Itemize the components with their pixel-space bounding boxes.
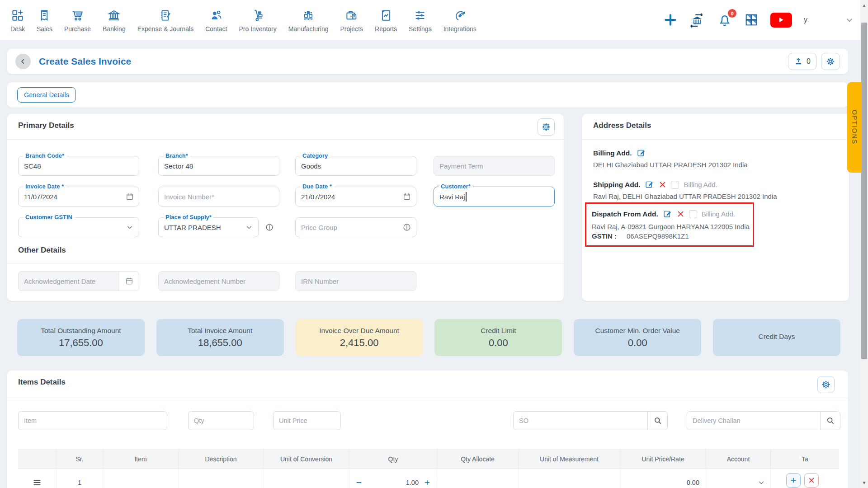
nav-item-manufacturing[interactable]: Manufacturing [283, 7, 335, 33]
nav-item-projects[interactable]: Projects [334, 7, 369, 33]
edit-billing-address-icon[interactable] [637, 148, 646, 158]
due-date-input[interactable] [296, 187, 402, 206]
payment-term-field[interactable] [434, 156, 555, 176]
category-field[interactable]: Category [295, 156, 416, 176]
scroll-down-arrow[interactable]: ▼ [860, 480, 868, 485]
row-account-select[interactable] [706, 469, 771, 488]
chevron-down-icon[interactable] [125, 223, 134, 232]
delivery-challan-search-input[interactable] [687, 412, 820, 430]
price-group-info-icon[interactable] [402, 223, 411, 232]
so-search-input[interactable] [514, 412, 647, 430]
avatar[interactable]: y [804, 16, 807, 24]
place-of-supply-input[interactable] [159, 218, 245, 237]
item-filter-field[interactable] [18, 411, 167, 430]
branch-code-field[interactable]: Branch Code* [18, 156, 139, 176]
row-drag-handle[interactable] [18, 469, 57, 488]
category-input[interactable] [296, 156, 416, 175]
qty-filter-input[interactable] [189, 412, 254, 430]
row-item-cell[interactable] [103, 469, 179, 488]
scrollbar-thumb[interactable] [861, 23, 867, 359]
notifications-button[interactable]: 0 [717, 12, 732, 28]
nav-item-purchase[interactable]: Purchase [58, 7, 97, 33]
nav-item-pro-inventory[interactable]: Pro Inventory [233, 7, 282, 33]
unit-price-filter-input[interactable] [274, 412, 340, 430]
branch-input[interactable] [159, 156, 279, 175]
youtube-button[interactable] [770, 13, 792, 28]
payment-term-input[interactable] [434, 156, 554, 175]
invoice-date-input[interactable] [19, 187, 125, 206]
so-search-field[interactable] [513, 411, 668, 430]
customer-gstin-field[interactable]: Customer GSTIN [18, 217, 139, 237]
irn-number-field[interactable] [295, 271, 416, 291]
row-unit-measurement-cell[interactable] [519, 469, 620, 488]
billing-address-header: Billing Add. [593, 148, 646, 158]
edit-dispatch-address-icon[interactable] [663, 209, 672, 219]
nav-item-expense-journals[interactable]: Expense & Journals [132, 7, 200, 33]
unit-price-filter-field[interactable] [273, 411, 341, 430]
scroll-up-arrow[interactable]: ▲ [860, 3, 868, 8]
calendar-icon[interactable] [125, 192, 134, 201]
customer-input[interactable] [434, 187, 554, 206]
shipping-same-as-billing-checkbox[interactable] [671, 181, 679, 189]
qty-filter-field[interactable] [188, 411, 254, 430]
primary-details-panel: Primary Details Branch Code* Branch* Cat… [7, 114, 564, 301]
customer-field[interactable]: Customer* [434, 187, 555, 206]
row-unit-price-cell[interactable]: 0.00 [620, 469, 706, 488]
chevron-down-icon[interactable] [245, 223, 254, 232]
place-of-supply-field[interactable]: Place of Supply* [158, 217, 259, 237]
delete-row-button[interactable] [804, 473, 819, 488]
options-side-tab[interactable]: OPTIONS [847, 82, 862, 173]
row-description-cell[interactable] [179, 469, 264, 488]
delivery-challan-search-field[interactable] [687, 411, 840, 430]
add-row-button[interactable] [786, 473, 801, 488]
remove-shipping-address-icon[interactable] [659, 181, 666, 188]
price-group-input[interactable] [296, 218, 402, 237]
nav-item-contact[interactable]: Contact [199, 7, 233, 33]
primary-details-settings-button[interactable] [538, 118, 555, 136]
quick-add-icon[interactable] [664, 13, 677, 27]
item-filter-input[interactable] [19, 412, 167, 430]
invoice-number-field[interactable] [158, 187, 279, 206]
nav-item-integrations[interactable]: Integrations [438, 7, 482, 33]
tab-general-details[interactable]: General Details [17, 87, 76, 103]
back-button[interactable] [15, 54, 31, 69]
nav-item-desk[interactable]: Desk [5, 7, 31, 33]
page-settings-button[interactable] [821, 53, 840, 70]
row-unit-conversion-cell[interactable] [264, 469, 349, 488]
edit-shipping-address-icon[interactable] [645, 180, 654, 189]
invoice-number-input[interactable] [159, 187, 279, 206]
due-date-field[interactable]: Due Date * [295, 187, 416, 206]
acknowledgement-date-field[interactable] [18, 271, 139, 291]
qty-value[interactable]: 1.00 [406, 479, 419, 486]
nav-item-reports[interactable]: Reports [369, 7, 403, 33]
items-table: Sr. Item Description Unit of Conversion … [18, 450, 839, 488]
customer-gstin-input[interactable] [19, 218, 125, 237]
bank-transfer-icon[interactable] [689, 12, 705, 28]
so-search-button[interactable] [647, 412, 667, 430]
acknowledgement-number-input[interactable] [159, 272, 279, 291]
items-settings-button[interactable] [817, 376, 835, 393]
branch-code-input[interactable] [19, 156, 139, 175]
price-group-field[interactable] [295, 217, 416, 237]
qty-decrement-button[interactable] [355, 479, 363, 487]
irn-number-input[interactable] [296, 272, 416, 291]
qty-increment-button[interactable] [423, 479, 431, 487]
nav-item-settings[interactable]: Settings [403, 7, 438, 33]
acknowledgement-date-input[interactable] [19, 272, 119, 291]
place-of-supply-info-icon[interactable] [265, 223, 274, 232]
calendar-icon[interactable] [119, 272, 139, 291]
invoice-date-field[interactable]: Invoice Date * [18, 187, 139, 206]
remove-dispatch-address-icon[interactable] [677, 210, 684, 218]
nav-item-sales[interactable]: Sales [31, 7, 58, 33]
row-qty-allocate-cell[interactable] [437, 469, 519, 488]
branch-field[interactable]: Branch* [158, 156, 279, 176]
page-scrollbar[interactable]: ▲ ▼ [860, 0, 868, 488]
nav-item-banking[interactable]: Banking [97, 7, 132, 33]
delivery-challan-search-button[interactable] [820, 412, 840, 430]
apps-grid-icon[interactable] [744, 13, 759, 27]
dispatch-same-as-billing-checkbox[interactable] [689, 210, 697, 218]
account-chevron-down-icon[interactable] [844, 15, 854, 25]
acknowledgement-number-field[interactable] [158, 271, 279, 291]
upload-button[interactable]: 0 [788, 53, 816, 70]
calendar-icon[interactable] [402, 192, 411, 201]
